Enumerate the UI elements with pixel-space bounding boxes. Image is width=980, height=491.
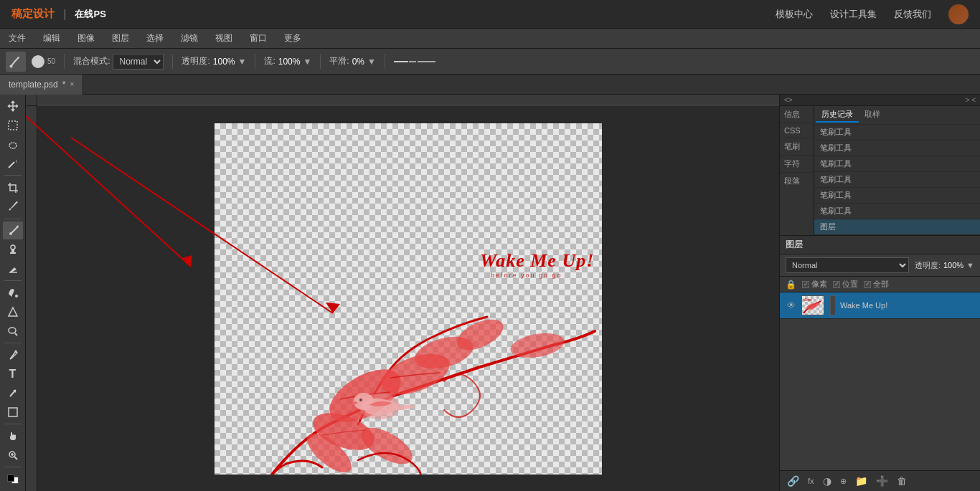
tab-filename: template.psd xyxy=(9,80,58,90)
fg-bg-color-button[interactable] xyxy=(3,470,23,488)
lock-position-checkbox[interactable]: ✓ 位置 xyxy=(833,279,858,290)
svg-point-13 xyxy=(14,351,17,353)
zoom-tool-button[interactable] xyxy=(3,447,23,464)
menu-select[interactable]: 选择 xyxy=(143,31,166,46)
link-layers-button[interactable]: 🔗 xyxy=(786,474,801,488)
history-item-label-2: 笔刷工具 xyxy=(820,143,852,153)
delete-layer-button[interactable]: 🗑 xyxy=(895,474,908,488)
document-tab[interactable]: template.psd * × xyxy=(0,75,83,95)
horizontal-ruler xyxy=(37,95,779,106)
fill-tool-button[interactable] xyxy=(3,284,23,302)
menu-view[interactable]: 视图 xyxy=(212,31,235,46)
svg-point-10 xyxy=(15,295,18,297)
pixels-checkbox-box[interactable]: ✓ xyxy=(802,281,809,288)
brush-tool-icon xyxy=(6,52,26,72)
canvas-area: Wake Me Up! before you go go xyxy=(26,95,779,491)
path-select-button[interactable] xyxy=(3,384,23,402)
history-item-label-1: 笔刷工具 xyxy=(820,127,852,138)
lasso-tool-button[interactable] xyxy=(3,135,23,153)
pixels-label: 像素 xyxy=(811,279,827,290)
all-checkbox-box[interactable]: ✓ xyxy=(864,281,871,288)
flow-dropdown-icon[interactable]: ▼ xyxy=(303,57,311,67)
layer-opacity-label: 透明度: xyxy=(915,260,941,271)
top-navigation: 模板中心 设计工具集 反馈我们 xyxy=(776,4,969,24)
flow-label: 流: xyxy=(264,55,275,67)
layer-item-wake[interactable]: 👁 Wake Wake Me Up! xyxy=(780,292,980,319)
dodge-tool-button[interactable] xyxy=(3,322,23,340)
history-item-2[interactable]: 笔刷工具 xyxy=(814,140,980,156)
tab-close-button[interactable]: × xyxy=(70,80,74,88)
smooth-label: 平滑: xyxy=(329,55,349,67)
tab-sample[interactable]: 取样 xyxy=(859,108,886,123)
layer-blend-mode-select[interactable]: Normal Multiply xyxy=(786,257,909,273)
layer-mask-thumb xyxy=(830,295,836,315)
crop-tool-button[interactable] xyxy=(3,178,23,196)
layer-lock-bar: 🔒 ✓ 像素 ✓ 位置 ✓ 全部 xyxy=(780,277,980,292)
toolbar-separator-1 xyxy=(64,54,65,69)
layers-title: 图层 xyxy=(786,239,803,251)
panel-tab-info[interactable]: 信息 xyxy=(780,106,814,123)
history-item-5[interactable]: 笔刷工具 xyxy=(814,188,980,204)
move-tool-button[interactable] xyxy=(3,97,23,115)
avatar xyxy=(948,4,969,24)
brush-size-preview: 50 xyxy=(32,55,55,68)
layer-mask-button[interactable]: ◑ xyxy=(821,474,833,488)
smooth-dropdown-icon[interactable]: ▼ xyxy=(367,57,376,67)
layer-group-button[interactable]: 📁 xyxy=(854,474,869,488)
menu-more[interactable]: 更多 xyxy=(281,31,304,46)
panel-collapse-right[interactable]: > < xyxy=(966,96,976,104)
nav-tools[interactable]: 设计工具集 xyxy=(830,8,877,21)
eraser-button[interactable] xyxy=(3,260,23,278)
menu-edit[interactable]: 编辑 xyxy=(40,31,63,46)
text-tool-button[interactable]: T xyxy=(3,365,23,383)
nav-templates[interactable]: 模板中心 xyxy=(776,8,813,21)
position-checkbox-box[interactable]: ✓ xyxy=(833,281,840,288)
toolbar-separator-5 xyxy=(385,54,385,69)
lock-all-checkbox[interactable]: ✓ 全部 xyxy=(864,279,889,290)
svg-text:Wake: Wake xyxy=(804,298,812,302)
history-item-4[interactable]: 笔刷工具 xyxy=(814,172,980,188)
panel-label-css: CSS xyxy=(780,123,814,138)
blend-mode-select[interactable]: Normal Multiply Screen xyxy=(113,54,164,70)
toolbox: T xyxy=(0,95,26,491)
eyedropper-button[interactable] xyxy=(3,198,23,216)
menu-filter[interactable]: 滤镜 xyxy=(178,31,201,46)
svg-rect-7 xyxy=(11,249,14,252)
menu-file[interactable]: 文件 xyxy=(6,31,29,46)
marquee-tool-button[interactable] xyxy=(3,117,23,135)
blur-tool-button[interactable] xyxy=(3,303,23,321)
history-item-1[interactable]: 笔刷工具 xyxy=(814,125,980,140)
layer-visibility-eye[interactable]: 👁 xyxy=(786,300,797,311)
magic-wand-button[interactable] xyxy=(3,155,23,173)
shape-tool-button[interactable] xyxy=(3,404,23,421)
adjustment-layer-button[interactable]: ⊕ xyxy=(839,475,848,487)
new-layer-button[interactable]: ➕ xyxy=(875,474,890,488)
layer-effects-button[interactable]: fx xyxy=(806,475,816,487)
tab-history[interactable]: 历史记录 xyxy=(816,108,859,123)
opacity-dropdown-icon[interactable]: ▼ xyxy=(238,57,247,67)
pen-tool-button[interactable] xyxy=(3,346,23,364)
brush-tool-button[interactable] xyxy=(3,221,23,239)
nav-feedback[interactable]: 反馈我们 xyxy=(894,8,931,21)
history-item-6[interactable]: 笔刷工具 xyxy=(814,204,980,219)
user-avatar-container[interactable] xyxy=(948,4,969,24)
stamp-tool-button[interactable] xyxy=(3,241,23,259)
menu-image[interactable]: 图像 xyxy=(75,31,98,46)
svg-rect-14 xyxy=(9,408,17,416)
menu-layer[interactable]: 图层 xyxy=(109,31,132,46)
panel-collapse-left[interactable]: <> xyxy=(784,96,793,104)
menu-window[interactable]: 窗口 xyxy=(247,31,270,46)
lock-pixels-checkbox[interactable]: ✓ 像素 xyxy=(802,279,827,290)
history-item-7[interactable]: 图层 xyxy=(814,219,980,235)
layer-opacity-dropdown[interactable]: ▼ xyxy=(966,261,974,270)
svg-line-4 xyxy=(9,209,11,210)
history-item-3[interactable]: 笔刷工具 xyxy=(814,156,980,172)
tool-separator-1 xyxy=(4,175,22,176)
document-canvas[interactable]: Wake Me Up! before you go go xyxy=(215,123,602,475)
hand-tool-button[interactable] xyxy=(3,427,23,445)
svg-line-16 xyxy=(14,457,17,459)
right-panel: <> > < 信息 CSS 笔刷 字符 段落 历史记录 取样 笔刷工具 xyxy=(779,95,980,491)
tool-separator-5 xyxy=(4,424,22,424)
svg-point-31 xyxy=(354,393,374,410)
layer-opacity-group: 透明度: 100% ▼ xyxy=(915,260,974,271)
